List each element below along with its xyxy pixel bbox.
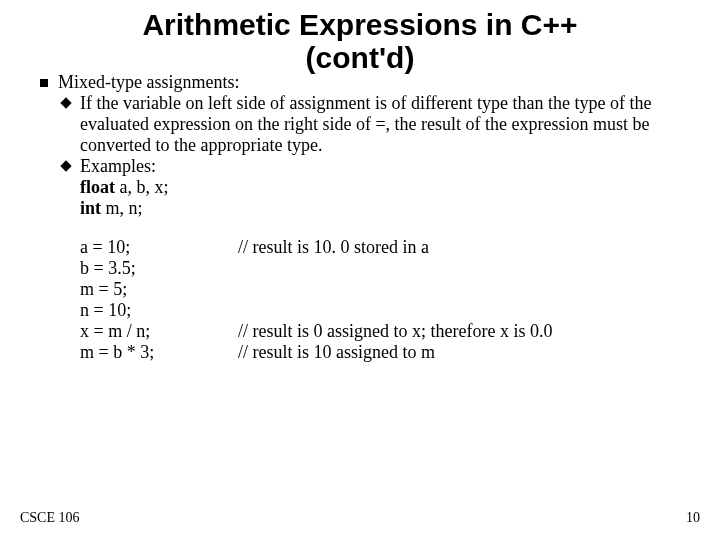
code-comment: // result is 10. 0 stored in a — [238, 237, 429, 258]
code-stmt: x = m / n; — [80, 321, 238, 342]
code-stmt: n = 10; — [80, 300, 238, 321]
code-row: b = 3.5; — [80, 258, 700, 279]
subbullet-text: Examples: — [80, 156, 156, 176]
code-comment: // result is 10 assigned to m — [238, 342, 435, 363]
subbullet-explanation: If the variable on left side of assignme… — [20, 93, 700, 156]
title-line-2: (cont'd) — [306, 41, 415, 74]
keyword-float: float — [80, 177, 115, 197]
vars-int: m, n; — [101, 198, 143, 218]
square-bullet-icon — [40, 79, 48, 87]
bullet-text: Mixed-type assignments: — [58, 72, 239, 92]
footer: CSCE 106 10 — [20, 510, 700, 526]
slide-body: Mixed-type assignments: If the variable … — [20, 72, 700, 363]
title-line-1: Arithmetic Expressions in C++ — [142, 8, 577, 41]
slide-title: Arithmetic Expressions in C++ (cont'd) — [20, 8, 700, 74]
slide: Arithmetic Expressions in C++ (cont'd) M… — [0, 0, 720, 540]
subbullet-text: If the variable on left side of assignme… — [80, 93, 652, 155]
code-stmt: a = 10; — [80, 237, 238, 258]
declaration-int: int m, n; — [20, 198, 700, 219]
subbullet-examples: Examples: — [20, 156, 700, 177]
footer-course: CSCE 106 — [20, 510, 80, 526]
code-row: m = 5; — [80, 279, 700, 300]
diamond-bullet-icon — [60, 97, 71, 108]
declaration-float: float a, b, x; — [20, 177, 700, 198]
code-row: m = b * 3; // result is 10 assigned to m — [80, 342, 700, 363]
code-row: n = 10; — [80, 300, 700, 321]
footer-page-number: 10 — [686, 510, 700, 526]
code-stmt: m = b * 3; — [80, 342, 238, 363]
vars-float: a, b, x; — [115, 177, 169, 197]
diamond-bullet-icon — [60, 160, 71, 171]
code-row: x = m / n; // result is 0 assigned to x;… — [80, 321, 700, 342]
keyword-int: int — [80, 198, 101, 218]
bullet-mixed-type: Mixed-type assignments: — [20, 72, 700, 93]
code-comment: // result is 0 assigned to x; therefore … — [238, 321, 552, 342]
code-stmt: m = 5; — [80, 279, 238, 300]
code-stmt: b = 3.5; — [80, 258, 238, 279]
code-block: a = 10; // result is 10. 0 stored in a b… — [20, 237, 700, 363]
code-row: a = 10; // result is 10. 0 stored in a — [80, 237, 700, 258]
